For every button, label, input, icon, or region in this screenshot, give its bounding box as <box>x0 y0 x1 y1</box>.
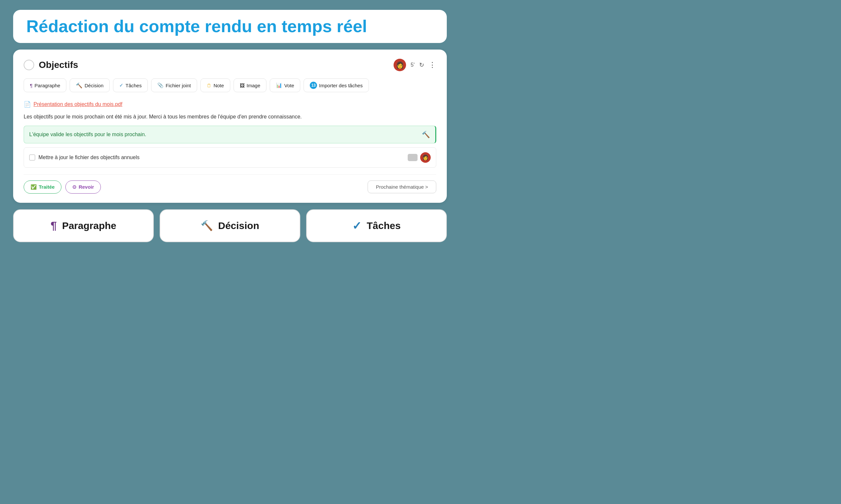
task-text: Mettre à jour le fichier des objectifs a… <box>38 155 140 160</box>
toolbar-note-label: Note <box>213 83 224 88</box>
pdf-filename[interactable]: Présentation des objectifs du mois.pdf <box>34 102 122 107</box>
pdf-row: 📄 Présentation des objectifs du mois.pdf <box>24 101 436 108</box>
toolbar-btn-taches[interactable]: ✓ Tâches <box>113 78 148 92</box>
card-title: Objectifs <box>39 60 78 70</box>
fichier-icon: 📎 <box>157 83 164 88</box>
note-icon: 🗒 <box>207 83 211 88</box>
task-checkbox[interactable] <box>29 155 35 160</box>
revoir-label: Revoir <box>79 184 94 190</box>
task-right: 👩 <box>408 152 431 163</box>
main-card: Objectifs 👩 5' ↻ ⋮ ¶ Paragraphe 🔨 Décisi… <box>13 50 447 203</box>
vote-icon: 📊 <box>276 83 282 88</box>
traitee-icon: ✅ <box>31 184 37 190</box>
paragraphe-icon: ¶ <box>30 83 33 88</box>
paragraph-text: Les objectifs pour le mois prochain ont … <box>24 112 436 121</box>
avatar: 👩 <box>394 59 406 71</box>
toolbar-btn-decision[interactable]: 🔨 Décision <box>70 78 110 92</box>
status-circle[interactable] <box>24 60 34 70</box>
big-taches-icon: ✓ <box>352 219 361 232</box>
task-avatar: 👩 <box>420 152 431 163</box>
toolbar: ¶ Paragraphe 🔨 Décision ✓ Tâches 📎 Fichi… <box>24 78 436 92</box>
toolbar-decision-label: Décision <box>84 83 103 88</box>
import-badge: 13 <box>310 82 317 89</box>
card-header-right: 👩 5' ↻ ⋮ <box>394 59 436 71</box>
toolbar-fichier-label: Fichier joint <box>166 83 191 88</box>
main-title: Rédaction du compte rendu en temps réel <box>26 17 434 36</box>
toolbar-btn-import[interactable]: 13 Importer des tâches <box>304 78 369 92</box>
card-header: Objectifs 👩 5' ↻ ⋮ <box>24 59 436 71</box>
toolbar-image-label: Image <box>247 83 260 88</box>
more-options-icon[interactable]: ⋮ <box>429 61 436 69</box>
toolbar-vote-label: Vote <box>284 83 294 88</box>
time-label: 5' <box>411 62 415 68</box>
decision-icon: 🔨 <box>76 83 83 89</box>
task-left: Mettre à jour le fichier des objectifs a… <box>29 155 140 160</box>
next-label: Prochaine thématique > <box>376 184 428 190</box>
card-header-left: Objectifs <box>24 60 78 70</box>
traitee-label: Traitée <box>39 184 54 190</box>
pdf-icon: 📄 <box>24 101 31 108</box>
big-btn-decision[interactable]: 🔨 Décision <box>160 209 300 242</box>
toolbar-btn-vote[interactable]: 📊 Vote <box>270 78 300 92</box>
next-theme-button[interactable]: Prochaine thématique > <box>367 180 436 193</box>
traitee-button[interactable]: ✅ Traitée <box>24 180 62 194</box>
divider <box>24 174 436 175</box>
task-row: Mettre à jour le fichier des objectifs a… <box>24 147 436 168</box>
big-paragraphe-label: Paragraphe <box>62 220 116 231</box>
refresh-icon[interactable]: ↻ <box>419 61 424 69</box>
revoir-button[interactable]: ⊙ Revoir <box>65 180 101 194</box>
image-icon: 🖼 <box>240 83 245 88</box>
bottom-left-actions: ✅ Traitée ⊙ Revoir <box>24 180 101 194</box>
toolbar-btn-note[interactable]: 🗒 Note <box>201 78 230 92</box>
big-decision-icon: 🔨 <box>201 220 213 231</box>
decision-hammer-icon: 🔨 <box>422 131 430 139</box>
toolbar-btn-fichier[interactable]: 📎 Fichier joint <box>151 78 197 92</box>
big-btn-taches[interactable]: ✓ Tâches <box>306 209 447 242</box>
task-action-btn[interactable] <box>408 154 417 161</box>
decision-row: L'équipe valide les objectifs pour le mo… <box>24 126 436 143</box>
bottom-actions: ✅ Traitée ⊙ Revoir Prochaine thématique … <box>24 180 436 194</box>
decision-text: L'équipe valide les objectifs pour le mo… <box>29 131 146 138</box>
toolbar-import-label: Importer des tâches <box>319 83 363 88</box>
big-taches-label: Tâches <box>367 220 400 231</box>
big-paragraphe-icon: ¶ <box>51 219 57 232</box>
big-decision-label: Décision <box>218 220 259 231</box>
big-btn-paragraphe[interactable]: ¶ Paragraphe <box>13 209 154 242</box>
toolbar-btn-image[interactable]: 🖼 Image <box>234 78 267 92</box>
big-buttons-row: ¶ Paragraphe 🔨 Décision ✓ Tâches <box>13 209 447 242</box>
toolbar-paragraphe-label: Paragraphe <box>34 83 60 88</box>
revoir-icon: ⊙ <box>72 184 76 190</box>
toolbar-taches-label: Tâches <box>125 83 142 88</box>
title-banner: Rédaction du compte rendu en temps réel <box>13 10 447 43</box>
toolbar-btn-paragraphe[interactable]: ¶ Paragraphe <box>24 78 66 92</box>
taches-icon: ✓ <box>119 83 123 88</box>
content-area: 📄 Présentation des objectifs du mois.pdf… <box>24 101 436 168</box>
